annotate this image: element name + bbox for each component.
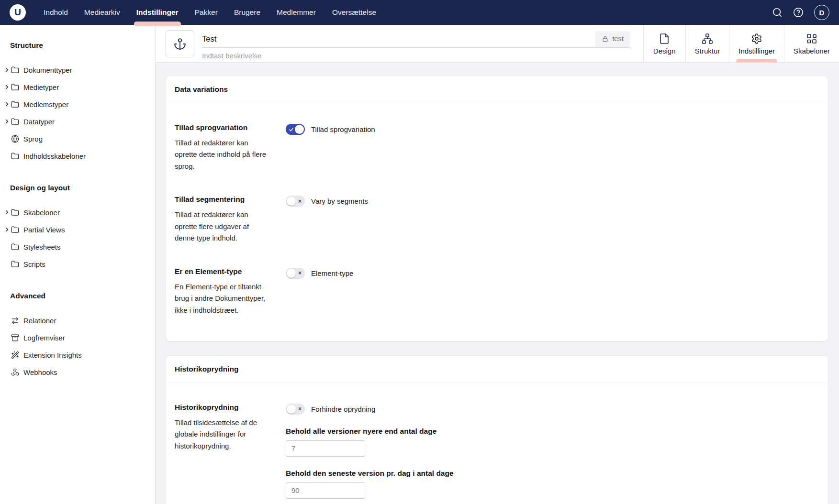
sidebar-item-label: Datatyper xyxy=(23,118,55,126)
content-area: Data variationsTillad sprogvariationTill… xyxy=(156,63,839,504)
tab-indstillinger[interactable]: Indstillinger xyxy=(729,25,784,63)
umbraco-logo[interactable]: U xyxy=(10,4,26,21)
sidebar-section-title-design-og-layout: Design og layout xyxy=(10,184,150,192)
globe-icon xyxy=(11,135,19,143)
nav-item-pakker[interactable]: Pakker xyxy=(187,0,226,25)
nav-item-indhold[interactable]: Indhold xyxy=(35,0,76,25)
chevron-right-icon[interactable] xyxy=(3,84,11,90)
property-row-er-en-element-type: Er en Element-typeEn Element-type er til… xyxy=(175,267,819,316)
sidebar-item-scripts[interactable]: Scripts xyxy=(3,255,150,273)
toggle-knob xyxy=(287,269,296,278)
toggle-row: ×Forhindre oprydning xyxy=(286,404,819,415)
top-navbar: U IndholdMediearkivIndstillingerPakkerBr… xyxy=(0,0,839,25)
sidebar-item-label: Stylesheets xyxy=(23,243,61,251)
sidebar-item-datatyper[interactable]: Datatyper xyxy=(3,113,150,130)
sidebar-item-label: Dokumenttyper xyxy=(23,66,72,74)
property-name: Tillad sprogvariation xyxy=(175,123,276,132)
vary-by-segments-toggle[interactable]: × xyxy=(286,196,305,207)
field-input-behold-den-seneste-version-pr-dag-i-antal-dage[interactable] xyxy=(286,482,365,499)
name-input[interactable] xyxy=(201,34,595,44)
nav-item-medlemmer[interactable]: Medlemmer xyxy=(268,0,324,25)
tillad-sprogvariation-toggle[interactable] xyxy=(286,124,305,135)
nav-item-mediearkiv[interactable]: Mediearkiv xyxy=(76,0,128,25)
sidebar-item-label: Indholdsskabeloner xyxy=(23,152,86,160)
sidebar-item-label: Logfremviser xyxy=(23,334,65,342)
sidebar-item-extension-insights[interactable]: Extension Insights xyxy=(3,346,150,363)
toggle-knob xyxy=(295,125,304,134)
property-row-tillad-sprogvariation: Tillad sprogvariationTillad at redaktøre… xyxy=(175,123,819,172)
help-icon[interactable] xyxy=(793,7,804,18)
sidebar-section-title-structure: Structure xyxy=(10,41,150,50)
swap-icon xyxy=(11,317,19,325)
network-icon xyxy=(702,33,713,44)
property-row-historikoprydning: HistorikoprydningTillad tilsidesættelse … xyxy=(175,403,819,499)
tab-label: Design xyxy=(653,47,676,55)
chevron-right-icon[interactable] xyxy=(3,66,11,73)
card-body: HistorikoprydningTillad tilsidesættelse … xyxy=(166,383,828,504)
document-type-icon-button[interactable] xyxy=(166,30,194,57)
tab-label: Struktur xyxy=(695,47,720,55)
name-wrap: test xyxy=(201,30,630,62)
avatar[interactable]: D xyxy=(814,5,829,20)
sidebar-item-label: Webhooks xyxy=(23,368,57,376)
property-name: Er en Element-type xyxy=(175,267,276,276)
nav-item-indstillinger[interactable]: Indstillinger xyxy=(128,0,187,25)
sidebar-item-logfremviser[interactable]: Logfremviser xyxy=(3,329,150,346)
description-input[interactable] xyxy=(201,52,630,60)
element-type-toggle[interactable]: × xyxy=(286,268,305,279)
chevron-right-icon[interactable] xyxy=(3,101,11,108)
tab-skabeloner[interactable]: Skabeloner xyxy=(784,25,839,63)
chevron-right-icon[interactable] xyxy=(3,209,11,216)
forhindre-oprydning-toggle[interactable]: × xyxy=(286,404,305,415)
logo-letter: U xyxy=(14,7,21,18)
sidebar-item-dokumenttyper[interactable]: Dokumenttyper xyxy=(3,61,150,78)
chevron-placeholder xyxy=(3,135,11,142)
toggle-label: Tillad sprogvariation xyxy=(311,125,375,133)
sidebar-item-skabeloner[interactable]: Skabeloner xyxy=(3,204,150,221)
topnav-right: D xyxy=(772,5,829,20)
sidebar-item-stylesheets[interactable]: Stylesheets xyxy=(3,238,150,255)
name-row: test xyxy=(201,30,630,48)
sidebar-item-medietyper[interactable]: Medietyper xyxy=(3,78,150,96)
tab-bar: DesignStrukturIndstillingerSkabeloner xyxy=(643,25,839,63)
grid-icon xyxy=(806,33,817,44)
sidebar-item-label: Sprog xyxy=(23,135,43,143)
nav-item-overs-ttelse[interactable]: Oversættelse xyxy=(324,0,384,25)
field-behold-alle-versioner-nyere-end-antal-dage: Behold alle versioner nyere end antal da… xyxy=(286,427,819,457)
toggle-label: Vary by segments xyxy=(311,197,368,205)
property-description: En Element-type er tiltænkt brug i andre… xyxy=(175,281,268,316)
sidebar-item-webhooks[interactable]: Webhooks xyxy=(3,363,150,381)
folder-icon xyxy=(11,100,19,109)
field-behold-den-seneste-version-pr-dag-i-antal-dage: Behold den seneste version pr. dag i ant… xyxy=(286,469,819,499)
sidebar-item-relationer[interactable]: Relationer xyxy=(3,312,150,329)
nav-item-brugere[interactable]: Brugere xyxy=(226,0,268,25)
property-control: Tillad sprogvariation xyxy=(286,123,819,172)
chevron-right-icon[interactable] xyxy=(3,226,11,233)
sidebar-item-partial-views[interactable]: Partial Views xyxy=(3,221,150,238)
sidebar-section-items: SkabelonerPartial ViewsStylesheetsScript… xyxy=(3,204,150,273)
search-icon[interactable] xyxy=(772,7,783,18)
toggle-row: ×Element-type xyxy=(286,268,819,279)
property-label: HistorikoprydningTillad tilsidesættelse … xyxy=(175,403,286,499)
sidebar-item-sprog[interactable]: Sprog xyxy=(3,130,150,147)
field-input-behold-alle-versioner-nyere-end-antal-dage[interactable] xyxy=(286,440,365,457)
chevron-right-icon[interactable] xyxy=(3,118,11,125)
alias-box[interactable]: test xyxy=(595,31,629,47)
chevron-placeholder xyxy=(3,334,11,341)
folder-icon xyxy=(11,260,19,268)
sidebar-item-medlemstyper[interactable]: Medlemstyper xyxy=(3,96,150,113)
sidebar-item-label: Relationer xyxy=(23,317,56,325)
card-title: Data variations xyxy=(166,76,828,103)
gear-icon xyxy=(751,33,762,44)
sidebar-item-label: Partial Views xyxy=(23,226,65,234)
property-control: ×Forhindre oprydningBehold alle versione… xyxy=(286,403,819,499)
tab-design[interactable]: Design xyxy=(643,25,685,63)
archive-icon xyxy=(11,334,19,342)
tab-struktur[interactable]: Struktur xyxy=(685,25,729,63)
sidebar-section-items: DokumenttyperMedietyperMedlemstyperDatat… xyxy=(3,61,150,164)
wand-icon xyxy=(11,351,19,359)
property-label: Er en Element-typeEn Element-type er til… xyxy=(175,267,286,316)
property-label: Tillad segmenteringTillad at redaktører … xyxy=(175,195,286,244)
x-icon: × xyxy=(298,406,302,412)
sidebar-item-indholdsskabeloner[interactable]: Indholdsskabeloner xyxy=(3,147,150,164)
